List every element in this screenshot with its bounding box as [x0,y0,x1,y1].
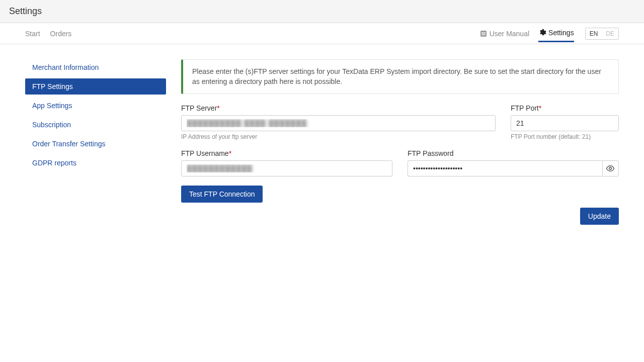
ftp-username-input[interactable] [181,160,392,176]
ftp-server-helper: IP Address of your ftp server [181,133,496,140]
test-ftp-connection-button[interactable]: Test FTP Connection [181,186,263,203]
sidebar-item-gdpr-reports[interactable]: GDPR reports [25,155,166,171]
update-button[interactable]: Update [580,208,619,225]
main-content: Please enter the (s)FTP server settings … [181,59,619,225]
lang-en[interactable]: EN [586,28,602,39]
nav-user-manual-label: User Manual [490,30,529,38]
nav-settings[interactable]: Settings [538,25,574,42]
nav-orders[interactable]: Orders [50,30,72,38]
ftp-password-label: FTP Password [408,149,619,157]
nav-settings-label: Settings [548,29,574,37]
sidebar-item-order-transfer-settings[interactable]: Order Transfer Settings [25,136,166,152]
info-banner: Please enter the (s)FTP server settings … [181,59,619,94]
page-title: Settings [9,6,635,17]
nav-start[interactable]: Start [25,30,40,38]
svg-rect-1 [481,32,486,33]
sidebar-item-subscription[interactable]: Subscription [25,117,166,133]
sidebar: Merchant Information FTP Settings App Se… [25,59,166,225]
sidebar-item-merchant-information[interactable]: Merchant Information [25,59,166,75]
gear-icon [538,29,546,37]
ftp-server-label: FTP Server* [181,104,496,112]
language-switch: EN DE [585,28,619,40]
sidebar-item-app-settings[interactable]: App Settings [25,98,166,114]
ftp-password-input[interactable] [408,160,602,176]
topbar: Settings [0,0,644,23]
ftp-username-label: FTP Username* [181,149,392,157]
eye-icon [606,164,615,173]
svg-point-4 [609,167,612,170]
lang-de[interactable]: DE [602,28,618,39]
manual-icon [479,30,488,38]
nav-user-manual[interactable]: User Manual [479,26,529,42]
toggle-password-visibility-button[interactable] [602,160,619,176]
svg-rect-2 [481,33,486,34]
ftp-port-helper: FTP Port number (default: 21) [511,133,619,140]
svg-rect-3 [481,34,486,35]
ftp-port-label: FTP Port* [511,104,619,112]
navbar: Start Orders User Manual Settings EN DE [0,23,644,44]
ftp-port-input[interactable] [511,115,619,131]
sidebar-item-ftp-settings[interactable]: FTP Settings [25,78,166,95]
ftp-server-input[interactable] [181,115,496,131]
